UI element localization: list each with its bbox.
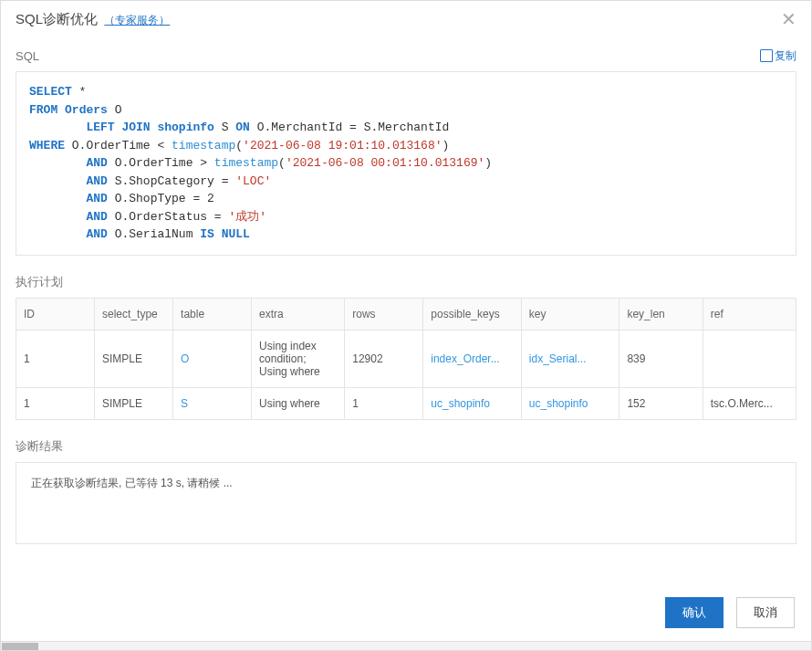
copy-button[interactable]: 复制 xyxy=(762,48,796,64)
table-header-cell: table xyxy=(173,298,252,330)
horizontal-scrollbar[interactable] xyxy=(1,641,811,650)
plan-section: 执行计划 IDselect_typetableextrarowspossible… xyxy=(16,274,796,420)
table-cell: 12902 xyxy=(345,330,423,387)
dialog-header: SQL诊断优化 （专家服务） ✕ xyxy=(1,1,811,37)
table-cell: 1 xyxy=(16,330,95,387)
close-icon[interactable]: ✕ xyxy=(781,10,796,28)
table-cell: Using where xyxy=(252,387,345,419)
table-cell: index_Order... xyxy=(423,330,522,387)
scrollbar-thumb[interactable] xyxy=(2,643,38,650)
table-header-cell: ID xyxy=(16,298,95,330)
table-cell: 1 xyxy=(345,387,423,419)
table-cell-link[interactable]: idx_Serial... xyxy=(529,352,612,365)
cancel-button[interactable]: 取消 xyxy=(736,597,795,628)
table-cell: uc_shopinfo xyxy=(423,387,522,419)
table-cell-link[interactable]: index_Order... xyxy=(431,352,514,365)
ok-button[interactable]: 确认 xyxy=(665,597,724,628)
table-row: 1SIMPLESUsing where1uc_shopinfouc_shopin… xyxy=(16,387,796,419)
table-cell: 1 xyxy=(16,387,95,419)
table-header-cell: possible_keys xyxy=(423,298,522,330)
dialog-title-wrap: SQL诊断优化 （专家服务） xyxy=(16,11,170,28)
table-cell: S xyxy=(173,387,252,419)
table-header-cell: key_len xyxy=(619,298,703,330)
table-cell: 839 xyxy=(619,330,703,387)
table-cell-link[interactable]: uc_shopinfo xyxy=(529,397,612,410)
diagnosis-label: 诊断结果 xyxy=(16,438,796,455)
copy-label: 复制 xyxy=(775,48,796,64)
sql-diagnosis-dialog: SQL诊断优化 （专家服务） ✕ SQL 复制 SELECT * FROM Or… xyxy=(0,0,812,651)
table-cell: SIMPLE xyxy=(95,387,173,419)
table-header-cell: rows xyxy=(345,298,423,330)
sql-section-header: SQL 复制 xyxy=(16,48,796,64)
table-header-row: IDselect_typetableextrarowspossible_keys… xyxy=(16,298,796,330)
table-cell: SIMPLE xyxy=(95,330,173,387)
table-cell: tsc.O.Merc... xyxy=(703,387,796,419)
table-cell-link[interactable]: S xyxy=(181,397,244,410)
table-cell: Using index condition; Using where xyxy=(252,330,345,387)
sql-label: SQL xyxy=(16,49,39,63)
diagnosis-message: 正在获取诊断结果, 已等待 13 s, 请稍候 ... xyxy=(31,477,233,489)
table-cell: idx_Serial... xyxy=(521,330,619,387)
table-row: 1SIMPLEOUsing index condition; Using whe… xyxy=(16,330,796,387)
table-cell: uc_shopinfo xyxy=(521,387,619,419)
sql-code-box[interactable]: SELECT * FROM Orders O LEFT JOIN shopinf… xyxy=(16,71,796,256)
dialog-title: SQL诊断优化 xyxy=(16,11,98,26)
dialog-body: SQL 复制 SELECT * FROM Orders O LEFT JOIN … xyxy=(1,37,811,584)
table-cell-link[interactable]: O xyxy=(181,352,244,365)
copy-icon xyxy=(762,51,773,62)
table-cell-link[interactable]: uc_shopinfo xyxy=(431,397,514,410)
plan-label: 执行计划 xyxy=(16,274,796,290)
table-header-cell: extra xyxy=(252,298,345,330)
expert-service-link[interactable]: （专家服务） xyxy=(104,14,170,26)
table-cell: 152 xyxy=(619,387,703,419)
table-cell xyxy=(703,330,796,387)
table-cell: O xyxy=(173,330,252,387)
diagnosis-result-box: 正在获取诊断结果, 已等待 13 s, 请稍候 ... xyxy=(16,462,796,544)
diagnosis-section: 诊断结果 正在获取诊断结果, 已等待 13 s, 请稍候 ... xyxy=(16,438,796,544)
execution-plan-table: IDselect_typetableextrarowspossible_keys… xyxy=(16,298,796,420)
table-header-cell: select_type xyxy=(95,298,173,330)
table-header-cell: key xyxy=(521,298,619,330)
table-header-cell: ref xyxy=(703,298,796,330)
dialog-footer: 确认 取消 xyxy=(1,584,811,641)
